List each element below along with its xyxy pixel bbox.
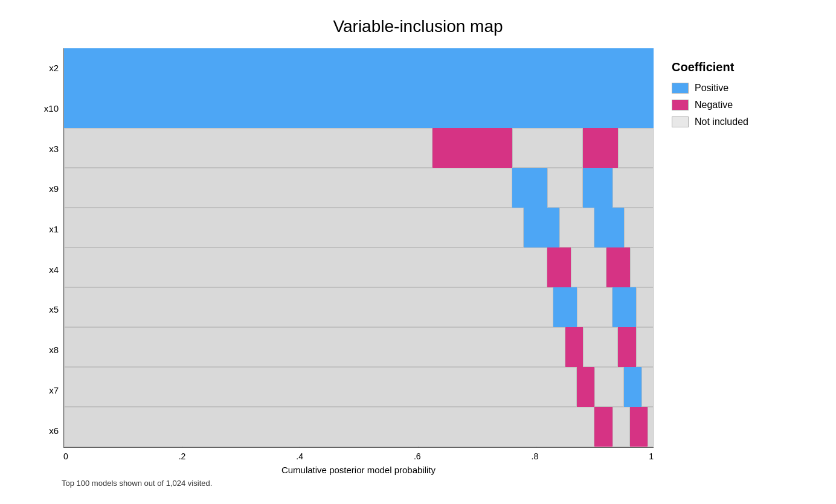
legend-item-not-included: Not included: [672, 116, 748, 127]
legend-label-positive: Positive: [695, 83, 728, 94]
bar-segment-positive: [512, 168, 548, 208]
x-tick-label: .8: [532, 451, 539, 461]
bar-segment-negative: [583, 128, 619, 168]
bar-segment-positive: [432, 88, 654, 128]
legend-item-negative: Negative: [672, 100, 748, 110]
plot: [63, 48, 654, 448]
bar-segment-not-included: [559, 208, 595, 247]
bar-row-x10: [64, 88, 654, 128]
y-axis-labels: x2x10x3x9x1x4x5x8x7x6: [31, 48, 59, 475]
bar-segment-not-included: [64, 287, 553, 327]
bar-segment-not-included: [624, 208, 654, 247]
bar-row-x3: [64, 128, 654, 168]
bar-row-x5: [64, 287, 654, 327]
bar-segment-negative: [594, 407, 612, 447]
bar-segment-not-included: [594, 367, 624, 407]
bar-segment-negative: [606, 247, 630, 287]
bar-segment-not-included: [618, 128, 654, 168]
bar-row-x2: [64, 48, 654, 88]
x-tick-label: 1: [649, 451, 654, 461]
bar-row-x1: [64, 208, 654, 247]
bar-segment-not-included: [512, 128, 583, 168]
bar-segment-not-included: [64, 208, 524, 247]
bar-segment-negative: [565, 327, 583, 367]
plot-and-xaxis: 0.2.4.6.81 Cumulative posterior model pr…: [63, 48, 654, 475]
bar-segment-not-included: [636, 327, 654, 367]
bar-segment-negative: [547, 247, 571, 287]
x-tick-label: .6: [414, 451, 421, 461]
bar-segment-positive: [524, 208, 559, 247]
bar-segment-not-included: [64, 367, 577, 407]
x-tick-label: .2: [179, 451, 186, 461]
y-label-x1: x1: [31, 225, 59, 234]
bar-segment-negative: [432, 128, 512, 168]
legend-swatch-positive: [672, 83, 689, 94]
y-label-x8: x8: [31, 345, 59, 354]
bar-segment-positive: [553, 287, 577, 327]
y-label-x7: x7: [31, 386, 59, 395]
y-label-x9: x9: [31, 184, 59, 193]
bar-segment-positive: [583, 168, 613, 208]
y-label-x10: x10: [31, 104, 59, 113]
bar-row-x6: [64, 407, 654, 447]
y-label-x5: x5: [31, 305, 59, 314]
bar-segment-not-included: [583, 327, 619, 367]
bar-segment-not-included: [64, 327, 565, 367]
bar-segment-negative: [630, 407, 648, 447]
bar-segment-positive: [594, 208, 624, 247]
y-label-x6: x6: [31, 426, 59, 435]
y-label-x3: x3: [31, 144, 59, 153]
legend: Coefficient PositiveNegativeNot included: [672, 60, 805, 475]
bar-segment-not-included: [547, 168, 583, 208]
bar-segment-positive: [64, 48, 654, 88]
bar-row-x9: [64, 168, 654, 208]
x-axis-labels: 0.2.4.6.81: [63, 448, 654, 464]
chart-body: x2x10x3x9x1x4x5x8x7x6 0.2.4.6.81 Cumulat…: [31, 48, 805, 475]
bar-segment-not-included: [64, 168, 512, 208]
x-axis-title: Cumulative posterior model probability: [63, 465, 654, 475]
chart-container: Variable-inclusion map x2x10x3x9x1x4x5x8…: [31, 17, 805, 488]
bar-segment-not-included: [64, 407, 594, 447]
bar-segment-not-included: [648, 407, 654, 447]
bar-row-x8: [64, 327, 654, 367]
y-label-x2: x2: [31, 63, 59, 72]
legend-swatch-negative: [672, 100, 689, 110]
x-tick-label: .4: [296, 451, 303, 461]
legend-title: Coefficient: [672, 60, 734, 74]
bar-segment-positive: [624, 367, 641, 407]
bar-row-x4: [64, 247, 654, 287]
bar-segment-positive: [613, 287, 636, 327]
bar-segment-positive: [64, 88, 432, 128]
bar-segment-not-included: [64, 247, 547, 287]
bar-segment-not-included: [630, 247, 654, 287]
chart-area: x2x10x3x9x1x4x5x8x7x6 0.2.4.6.81 Cumulat…: [31, 48, 654, 475]
bar-segment-negative: [618, 327, 635, 367]
bar-row-x7: [64, 367, 654, 407]
bar-segment-not-included: [571, 247, 606, 287]
legend-item-positive: Positive: [672, 83, 748, 94]
y-label-x4: x4: [31, 265, 59, 274]
legend-label-negative: Negative: [695, 100, 733, 110]
chart-title: Variable-inclusion map: [333, 17, 503, 36]
bar-segment-not-included: [636, 287, 654, 327]
bar-segment-negative: [577, 367, 594, 407]
footnote: Top 100 models shown out of 1,024 visite…: [62, 479, 212, 488]
bar-segment-not-included: [613, 407, 630, 447]
bar-segment-not-included: [577, 287, 613, 327]
bar-segment-not-included: [64, 128, 432, 168]
legend-swatch-not-included: [672, 116, 689, 127]
bar-segment-not-included: [613, 168, 654, 208]
bar-segment-not-included: [641, 367, 654, 407]
legend-label-not-included: Not included: [695, 116, 748, 127]
x-tick-label: 0: [63, 451, 68, 461]
